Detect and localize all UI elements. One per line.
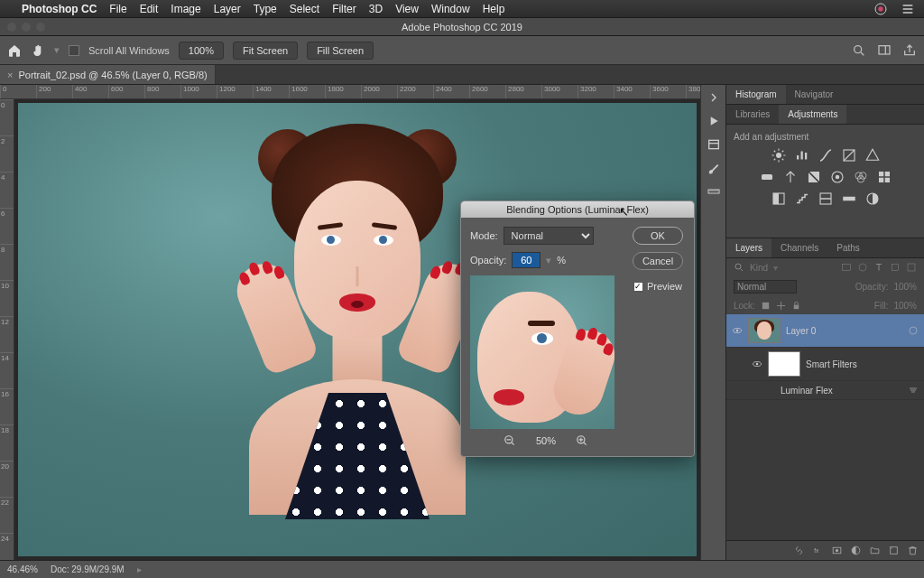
menu-filter[interactable]: Filter	[332, 3, 356, 15]
traffic-lights[interactable]	[7, 23, 45, 32]
cc-cloud-icon[interactable]	[873, 2, 888, 16]
menu-file[interactable]: File	[109, 3, 126, 15]
visibility-icon[interactable]	[752, 359, 762, 369]
filter-settings-icon[interactable]	[908, 385, 919, 396]
tab-paths[interactable]: Paths	[827, 238, 869, 257]
channel-mixer-icon[interactable]	[853, 169, 869, 185]
hue-icon[interactable]	[759, 169, 775, 185]
vibrance-icon[interactable]	[864, 147, 881, 163]
preview-checkbox[interactable]: ✓	[633, 282, 643, 292]
bw-icon[interactable]	[806, 169, 822, 185]
tab-libraries[interactable]: Libraries	[726, 105, 779, 124]
menu-window[interactable]: Window	[431, 3, 470, 15]
document-tab[interactable]: × Portrait_02.psd @ 46.5% (Layer 0, RGB/…	[0, 65, 216, 84]
fit-screen-button[interactable]: Fit Screen	[233, 42, 298, 60]
adjustment-layer-icon[interactable]	[850, 545, 862, 556]
exposure-icon[interactable]	[841, 147, 857, 163]
cancel-button[interactable]: Cancel	[633, 252, 683, 270]
zoom-in-icon[interactable]	[576, 434, 588, 447]
lock-label: Lock:	[734, 301, 755, 311]
play-icon[interactable]	[707, 114, 721, 128]
mode-select[interactable]: Normal	[504, 227, 594, 245]
fx-icon[interactable]: fx	[812, 545, 824, 556]
layer-opacity-value[interactable]: 100%	[893, 282, 917, 292]
filter-smart-icon[interactable]	[906, 262, 917, 273]
invert-icon[interactable]	[771, 191, 787, 207]
brush-icon[interactable]	[707, 161, 721, 175]
lock-position-icon[interactable]	[776, 301, 786, 311]
menu-image[interactable]: Image	[171, 3, 200, 15]
ok-button[interactable]: OK	[633, 227, 683, 245]
new-layer-icon[interactable]	[888, 545, 900, 556]
zoom-100-button[interactable]: 100%	[179, 42, 224, 60]
lock-pixels-icon[interactable]	[761, 301, 771, 311]
status-bar: 46.46% Doc: 29.9M/29.9M ▸	[0, 560, 924, 578]
tab-adjustments[interactable]: Adjustments	[779, 105, 846, 124]
menu-type[interactable]: Type	[254, 3, 277, 15]
svg-rect-20	[884, 178, 889, 182]
search-icon[interactable]	[734, 262, 744, 273]
tab-layers[interactable]: Layers	[726, 238, 772, 257]
dialog-zoom-value: 50%	[536, 435, 556, 446]
blending-options-dialog: Blending Options (Luminar Flex) Mode: No…	[460, 200, 695, 457]
blend-mode-select[interactable]	[734, 280, 797, 294]
curves-icon[interactable]	[818, 147, 834, 163]
brightness-icon[interactable]	[771, 147, 787, 163]
fill-screen-button[interactable]: Fill Screen	[307, 42, 374, 60]
levels-icon[interactable]	[794, 147, 810, 163]
trash-icon[interactable]	[907, 545, 919, 556]
app-name[interactable]: Photoshop CC	[22, 3, 97, 15]
filter-type-icon[interactable]	[873, 262, 884, 273]
expand-arrow-icon[interactable]	[707, 90, 721, 105]
menu-select[interactable]: Select	[290, 3, 319, 15]
lock-all-icon[interactable]	[791, 301, 801, 311]
selective-color-icon[interactable]	[864, 191, 881, 207]
filter-mask-thumbnail[interactable]	[768, 351, 800, 377]
status-zoom[interactable]: 46.46%	[7, 564, 38, 574]
photo-filter-icon[interactable]	[829, 169, 845, 185]
mask-icon[interactable]	[831, 545, 843, 556]
svg-rect-10	[762, 174, 772, 180]
gradient-map-icon[interactable]	[841, 191, 857, 207]
canvas-area[interactable]: 0200400600800100012001400160018002000220…	[0, 85, 700, 560]
menu-list-icon[interactable]	[901, 2, 915, 16]
filter-image-icon[interactable]	[841, 262, 852, 273]
filter-shape-icon[interactable]	[890, 262, 901, 273]
share-icon[interactable]	[902, 43, 917, 58]
threshold-icon[interactable]	[818, 191, 834, 207]
opacity-input[interactable]	[512, 252, 541, 268]
history-icon[interactable]	[707, 137, 721, 152]
layer-name: Smart Filters	[806, 359, 857, 369]
fill-value[interactable]: 100%	[893, 301, 917, 311]
smart-object-icon	[908, 325, 919, 336]
layer-thumbnail[interactable]	[748, 318, 781, 343]
hand-tool-icon[interactable]	[31, 43, 45, 58]
menu-view[interactable]: View	[395, 3, 419, 15]
home-icon[interactable]	[7, 43, 22, 58]
group-icon[interactable]	[869, 545, 881, 556]
status-doc[interactable]: Doc: 29.9M/29.9M	[51, 564, 125, 574]
layer-list: Layer 0 Smart Filters Luminar Flex	[726, 314, 924, 540]
search-icon[interactable]	[852, 43, 866, 58]
scroll-all-checkbox[interactable]	[69, 45, 79, 56]
layer-row[interactable]: Layer 0	[726, 314, 924, 348]
menu-layer[interactable]: Layer	[214, 3, 241, 15]
ruler-icon[interactable]	[707, 184, 721, 199]
visibility-icon[interactable]	[732, 325, 743, 336]
link-icon[interactable]	[793, 545, 805, 556]
workspace-icon[interactable]	[877, 43, 892, 58]
menu-help[interactable]: Help	[483, 3, 505, 15]
layer-row[interactable]: Luminar Flex	[726, 381, 924, 400]
menu-3d[interactable]: 3D	[369, 3, 383, 15]
color-balance-icon[interactable]	[782, 169, 799, 185]
menu-edit[interactable]: Edit	[140, 3, 159, 15]
tab-channels[interactable]: Channels	[772, 238, 827, 257]
filter-adj-icon[interactable]	[857, 262, 868, 273]
tab-navigator[interactable]: Navigator	[786, 85, 843, 104]
zoom-out-icon[interactable]	[504, 434, 516, 447]
color-lookup-icon[interactable]	[876, 169, 892, 185]
posterize-icon[interactable]	[794, 191, 810, 207]
layer-row[interactable]: Smart Filters	[726, 348, 924, 381]
close-tab-icon[interactable]: ×	[7, 70, 13, 80]
tab-histogram[interactable]: Histogram	[726, 85, 786, 104]
